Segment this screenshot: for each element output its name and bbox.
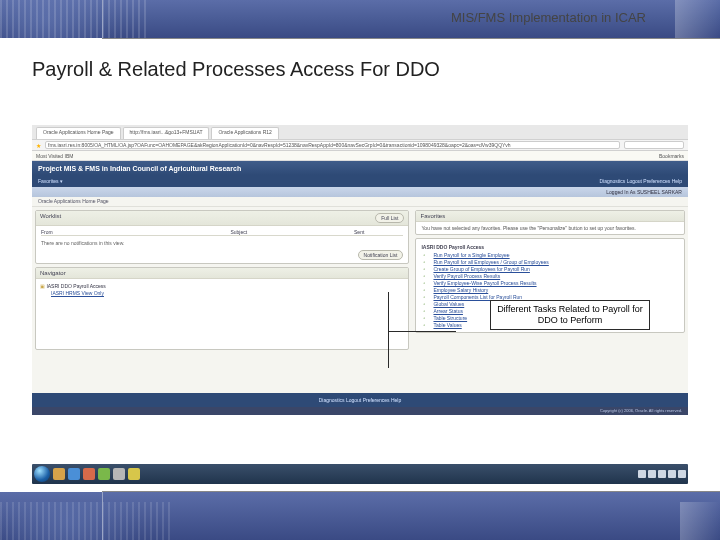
task-link[interactable]: Run Payroll for all Employees / Group of… xyxy=(421,259,679,266)
taskbar-icon[interactable] xyxy=(83,468,95,480)
header-title: MIS/FMS Implementation in ICAR xyxy=(451,10,646,25)
favorites-panel: Favorites You have not selected any favo… xyxy=(415,210,685,235)
nav-folder[interactable]: IASRI DDO Payroll Access xyxy=(39,282,405,290)
bookmarks-bar: Most Visited IBM Bookmarks xyxy=(32,151,688,161)
header-divider xyxy=(102,0,103,38)
annotation-bracket xyxy=(388,292,389,368)
copyright: Copyright (c) 2006, Oracle. All rights r… xyxy=(32,407,688,415)
favorites-menu[interactable]: Favorites ▾ xyxy=(38,178,63,184)
nav-subfolder[interactable]: IASRI HRMS View Only xyxy=(39,290,405,296)
header-rule xyxy=(102,38,720,39)
start-button-icon[interactable] xyxy=(34,466,50,482)
annotation-callout: Different Tasks Related to Payroll for D… xyxy=(490,300,650,330)
slide-bottom-decoration xyxy=(0,492,720,540)
taskbar-icon[interactable] xyxy=(53,468,65,480)
task-link[interactable]: Create Group of Employees for Payroll Ru… xyxy=(421,266,679,273)
worklist-empty: There are no notifications in this view. xyxy=(41,236,403,250)
browser-tab[interactable]: Oracle Applications Home Page xyxy=(36,127,121,139)
taskbar-icon[interactable] xyxy=(98,468,110,480)
taskbar-icon[interactable] xyxy=(68,468,80,480)
worklist-heading: Worklist xyxy=(40,213,61,223)
col-from: From xyxy=(41,229,230,235)
task-link[interactable]: Verify Payroll Process Results xyxy=(421,273,679,280)
footer-divider xyxy=(102,492,103,540)
star-icon[interactable]: ★ xyxy=(36,142,41,149)
worklist-panel: Worklist Full List From Subject Sent The… xyxy=(35,210,409,264)
favorites-msg: You have not selected any favorites. Ple… xyxy=(416,222,684,234)
bookmarks-right[interactable]: Bookmarks xyxy=(659,153,684,159)
favorites-heading: Favorites xyxy=(420,213,445,219)
browser-tab[interactable]: http://fms.iasri...&go13+FMSUAT xyxy=(123,127,210,139)
task-link[interactable]: Employee Salary History xyxy=(421,287,679,294)
toolbar-links[interactable]: Diagnostics Logout Preferences Help xyxy=(599,178,682,184)
windows-taskbar xyxy=(32,464,688,484)
login-strip: Logged In As SUSHEEL SARKAR xyxy=(32,187,688,197)
browser-tab[interactable]: Oracle Applications R12 xyxy=(211,127,278,139)
search-field[interactable] xyxy=(624,141,684,149)
browser-address-bar: ★ fms.iasri.res.in:8005/OA_HTML/OA.jsp?O… xyxy=(32,139,688,151)
navigator-heading: Navigator xyxy=(40,270,66,276)
app-title-bar: Project MIS & FMS in Indian Council of A… xyxy=(32,161,688,175)
taskbar-icon[interactable] xyxy=(128,468,140,480)
notification-list-button[interactable]: Notification List xyxy=(358,250,404,260)
embedded-screenshot: Oracle Applications Home Page http://fms… xyxy=(32,125,688,405)
browser-tabs: Oracle Applications Home Page http://fms… xyxy=(32,125,688,139)
navigator-panel: Navigator IASRI DDO Payroll Access IASRI… xyxy=(35,267,409,350)
app-footer-links[interactable]: Diagnostics Logout Preferences Help xyxy=(32,393,688,407)
tasks-heading: IASRI DDO Payroll Access xyxy=(421,242,679,252)
breadcrumb[interactable]: Oracle Applications Home Page xyxy=(32,197,688,207)
bookmarks-left[interactable]: Most Visited IBM xyxy=(36,153,73,159)
system-tray[interactable] xyxy=(638,470,686,478)
url-field[interactable]: fms.iasri.res.in:8005/OA_HTML/OA.jsp?OAF… xyxy=(45,141,620,149)
app-toolbar: Favorites ▾ Diagnostics Logout Preferenc… xyxy=(32,175,688,187)
full-list-button[interactable]: Full List xyxy=(375,213,404,223)
task-link[interactable]: Verify Employee-Wise Payroll Process Res… xyxy=(421,280,679,287)
task-link[interactable]: Run Payroll for a Single Employee xyxy=(421,252,679,259)
page-title: Payroll & Related Processes Access For D… xyxy=(32,58,440,81)
col-subject: Subject xyxy=(230,229,354,235)
taskbar-icon[interactable] xyxy=(113,468,125,480)
col-sent: Sent xyxy=(354,229,403,235)
